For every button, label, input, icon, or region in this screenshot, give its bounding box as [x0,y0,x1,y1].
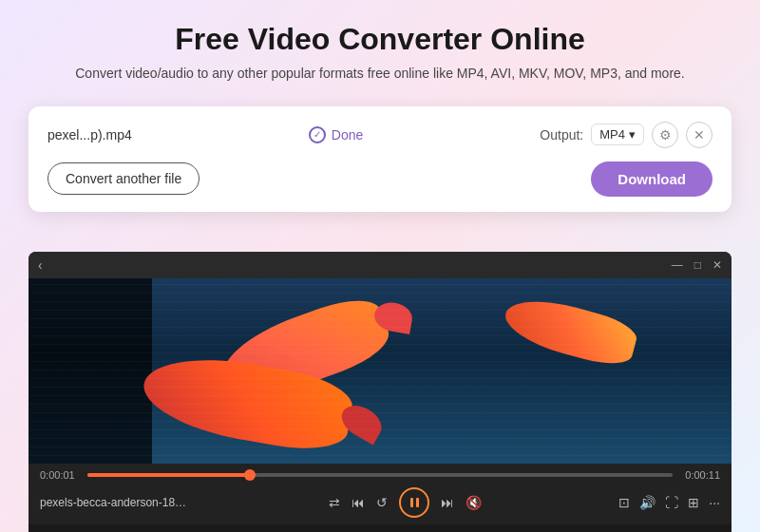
video-area [28,278,732,464]
volume-icon[interactable]: 🔊 [639,495,656,510]
controls-right: ⊡ 🔊 ⛶ ⊞ ··· [618,495,720,510]
close-icon: ✕ [694,127,705,142]
replay-icon[interactable]: ↺ [376,495,388,510]
check-icon: ✓ [309,126,326,143]
player-controls: pexels-becca-anderson-1840110... ⇄ ⏮ ↺ ⏭… [40,484,720,521]
back-icon[interactable]: ‹ [38,257,43,273]
play-pause-button[interactable] [399,487,429,518]
no-audio-icon[interactable]: 🔇 [466,495,482,510]
player-file-name: pexels-becca-anderson-1840110... [40,496,192,509]
settings-button[interactable]: ⚙ [652,122,678,148]
progress-bar-container: 0:00:01 0:00:11 [40,469,720,481]
header-section: Free Video Converter Online Convert vide… [0,0,760,93]
time-total: 0:00:11 [680,469,720,481]
output-area: Output: MP4 ▾ ⚙ ✕ [540,122,712,148]
page-title: Free Video Converter Online [19,21,741,57]
titlebar-right: — □ ✕ [672,259,722,271]
controls-center: ⇄ ⏮ ↺ ⏭ 🔇 [329,487,482,518]
shuffle-icon[interactable]: ⇄ [329,495,340,510]
close-button[interactable]: ✕ [686,122,712,148]
format-select[interactable]: MP4 ▾ [591,124,644,145]
minimize-button[interactable]: — [672,259,683,271]
koi-background [28,278,732,464]
cast-icon[interactable]: ⊞ [688,495,699,510]
download-button[interactable]: Download [591,162,712,197]
converter-top-row: pexel...p).mp4 ✓ Done Output: MP4 ▾ ⚙ ✕ [48,122,712,148]
converter-bottom-row: Convert another file Download [48,162,712,197]
fullscreen-icon[interactable]: ⛶ [665,495,678,510]
progress-bar[interactable] [87,473,673,477]
prev-track-icon[interactable]: ⏮ [352,495,365,510]
output-label: Output: [540,127,583,142]
progress-thumb [244,469,256,481]
window-close-button[interactable]: ✕ [712,259,722,271]
gear-icon: ⚙ [659,127,672,142]
pause-icon [410,498,419,507]
convert-another-button[interactable]: Convert another file [48,162,200,195]
player-progress-area: 0:00:01 0:00:11 pexels-becca-anderson-18… [28,464,732,524]
subtitle-text: Convert video/audio to any other popular… [19,65,741,84]
converter-card: pexel...p).mp4 ✓ Done Output: MP4 ▾ ⚙ ✕ … [28,106,732,212]
pip-icon[interactable]: ⊡ [618,495,630,510]
water-shimmer [28,278,732,464]
format-value: MP4 [599,127,625,142]
media-player: ‹ — □ ✕ 0:00:01 0:00:11 [28,252,732,532]
file-name-label: pexel...p).mp4 [48,127,132,142]
maximize-button[interactable]: □ [694,259,701,271]
next-frame-icon[interactable]: ⏭ [441,495,454,510]
player-titlebar: ‹ — □ ✕ [28,252,732,278]
chevron-down-icon: ▾ [629,127,636,142]
status-label: Done [332,127,363,142]
more-options-icon[interactable]: ··· [709,495,720,510]
time-current: 0:00:01 [40,469,80,481]
progress-fill [87,473,251,477]
titlebar-left: ‹ [38,257,43,273]
status-area: ✓ Done [309,126,363,143]
